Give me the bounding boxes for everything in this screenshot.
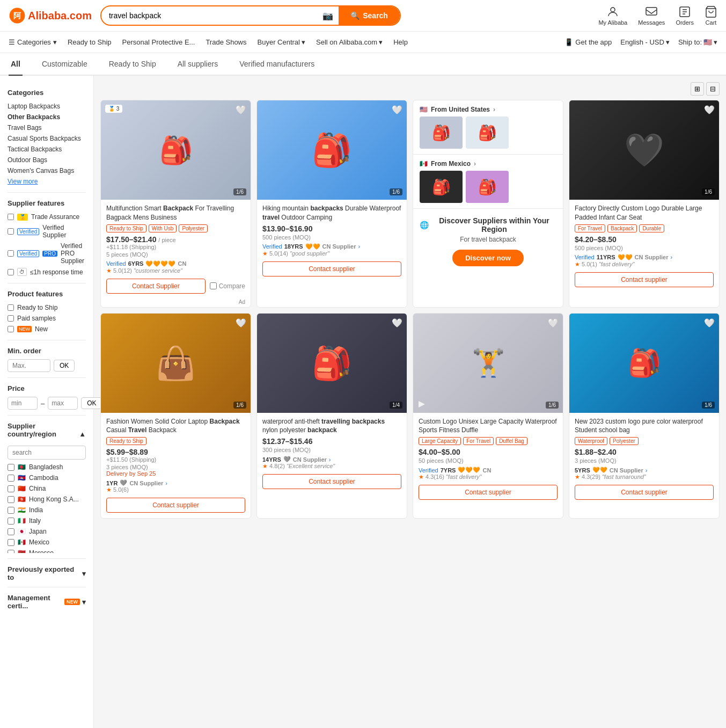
sidebar-item-outdoor-bags[interactable]: Outdoor Bags (8, 155, 86, 165)
contact-supplier-button-5[interactable]: Contact supplier (106, 498, 245, 513)
country-morocco[interactable]: 🇲🇦Morocco (8, 548, 86, 553)
categories-menu[interactable]: ☰ Categories ▾ (9, 38, 57, 46)
country-cambodia[interactable]: 🇰🇭Cambodia (8, 472, 86, 483)
country-hk[interactable]: 🇭🇰Hong Kong S.A... (8, 494, 86, 505)
messages-link[interactable]: Messages (638, 5, 665, 26)
tab-all-suppliers[interactable]: All suppliers (175, 53, 220, 76)
country-mexico[interactable]: 🇲🇽Mexico (8, 537, 86, 548)
product-card-1[interactable]: 🎒 1/6 🏅 3 🤍 Multifunction Smart Backpack… (100, 100, 251, 308)
wishlist-button-8[interactable]: 🤍 (704, 318, 715, 328)
product-info-8: New 2023 custom logo pure color waterpro… (569, 413, 719, 485)
get-app-button[interactable]: 📱 Get the app (564, 38, 612, 46)
product-info-7: Custom Logo Unisex Large Capacity Waterp… (413, 413, 563, 485)
country-china[interactable]: 🇨🇳China (8, 483, 86, 494)
discover-section: 🌐 Discover Suppliers within Your Region … (413, 209, 563, 274)
contact-supplier-button-6[interactable]: Contact supplier (262, 474, 401, 489)
wishlist-button-2[interactable]: 🤍 (392, 105, 402, 115)
new-badge-2: NEW (64, 599, 80, 605)
camera-button[interactable]: 📷 (317, 8, 339, 24)
product-card-5[interactable]: 👜 1/6 🤍 Fashion Women Solid Color Laptop… (100, 313, 251, 519)
wishlist-button-5[interactable]: 🤍 (236, 318, 246, 328)
ship-to-selector[interactable]: Ship to: 🇺🇸 ▾ (678, 38, 717, 46)
nav-trade-shows[interactable]: Trade Shows (200, 36, 252, 48)
discover-now-button[interactable]: Discover now (452, 250, 524, 266)
nav-personal-protective[interactable]: Personal Protective E... (117, 36, 201, 48)
from-us-section[interactable]: 🇺🇸 From United States › 🎒 🎒 (413, 100, 563, 155)
country-italy[interactable]: 🇮🇹Italy (8, 515, 86, 526)
product-card-2[interactable]: 🎒 1/6 🤍 Hiking mountain backpacks Durabl… (256, 100, 407, 308)
product-card-4[interactable]: 🖤 1/6 🤍 Factory Directly Custom Logo Dur… (569, 100, 720, 308)
product-price-6: $12.37–$15.46 (262, 437, 401, 446)
tag-durable-4: Durable (639, 224, 664, 232)
wishlist-button-7[interactable]: 🤍 (548, 318, 559, 328)
country-japan[interactable]: 🇯🇵Japan (8, 526, 86, 537)
grid-view-small-button[interactable]: ⊞ (691, 82, 704, 96)
country-search-input[interactable] (8, 446, 86, 460)
filter-verified-supplier[interactable]: Verified Verified Supplier (8, 222, 86, 241)
tab-all[interactable]: All (9, 53, 23, 76)
sidebar-item-womens-canvas-bags[interactable]: Women's Canvas Bags (8, 165, 86, 176)
filter-new[interactable]: NEW New (8, 324, 86, 334)
min-order-input[interactable] (8, 359, 50, 372)
sidebar-item-view-more[interactable]: View more (8, 176, 86, 187)
price-max-input[interactable] (48, 397, 78, 410)
nav-buyer-central[interactable]: Buyer Central▾ (252, 36, 311, 48)
sidebar-item-other-backpacks[interactable]: Other Backpacks (8, 112, 86, 122)
logo[interactable]: 阿 Alibaba.com (9, 7, 92, 24)
product-card-8[interactable]: 🎒 1/6 🤍 New 2023 custom logo pure color … (569, 313, 720, 519)
verified-label-2: Verified (262, 243, 282, 250)
supplier-years-1: 6YRS (128, 260, 144, 267)
sidebar-item-tactical-backpacks[interactable]: Tactical Backpacks (8, 144, 86, 155)
flag-mx: 🇲🇽 (18, 538, 26, 546)
sidebar-item-travel-bags[interactable]: Travel Bags (8, 122, 86, 133)
contact-supplier-button-2[interactable]: Contact supplier (262, 261, 401, 276)
tab-verified-manufacturers[interactable]: Verified manufacturers (237, 53, 317, 76)
us-flag: 🇺🇸 (420, 106, 428, 113)
filter-response-time[interactable]: ⏱ ≤1h response time (8, 266, 86, 278)
contact-supplier-button-1[interactable]: Contact Supplier (106, 279, 206, 294)
product-price-1: $17.50–$21.40 / piece (106, 235, 245, 244)
nav-sell-on-alibaba[interactable]: Sell on Alibaba.com▾ (311, 36, 388, 48)
sidebar-item-laptop-backpacks[interactable]: Laptop Backpacks (8, 101, 86, 112)
nav-ready-to-ship[interactable]: Ready to Ship (62, 36, 117, 48)
price-min-input[interactable] (8, 397, 38, 410)
gold-badge: 🏅 (17, 214, 28, 221)
contact-supplier-button-4[interactable]: Contact supplier (575, 272, 714, 287)
previously-exported-section[interactable]: Previously exported to ▾ (8, 565, 86, 581)
tab-customizable[interactable]: Customizable (40, 53, 90, 76)
product-features-title: Product features (8, 290, 86, 298)
from-us-header: 🇺🇸 From United States › (420, 106, 556, 113)
wishlist-button-1[interactable]: 🤍 (236, 105, 246, 115)
my-alibaba-link[interactable]: My Alibaba (598, 5, 627, 26)
grid-view-large-button[interactable]: ⊟ (706, 82, 720, 96)
search-button[interactable]: 🔍 Search (339, 6, 400, 25)
cart-link[interactable]: Cart (705, 5, 717, 26)
product-card-6[interactable]: 🎒 1/4 🤍 waterproof anti-theft travelling… (256, 313, 407, 519)
tab-ready-to-ship[interactable]: Ready to Ship (107, 53, 158, 76)
filter-verified-pro-supplier[interactable]: Verified PRO Verified PRO Supplier (8, 241, 86, 266)
nav-help[interactable]: Help (388, 36, 413, 48)
orders-link[interactable]: Orders (676, 5, 694, 26)
price-title: Price (8, 384, 86, 392)
filter-trade-assurance[interactable]: 🏅 Trade Assurance (8, 212, 86, 222)
from-mexico-section[interactable]: 🇲🇽 From Mexico › 🎒 🎒 (413, 155, 563, 209)
contact-supplier-button-7[interactable]: Contact supplier (419, 485, 558, 500)
chevron-down-icon: ▾ (714, 38, 717, 46)
filter-paid-samples[interactable]: Paid samples (8, 313, 86, 324)
product-info-1: Multifunction Smart Backpack For Travell… (101, 200, 251, 279)
wishlist-button-6[interactable]: 🤍 (392, 318, 402, 328)
sidebar-item-casual-sports-backpacks[interactable]: Casual Sports Backpacks (8, 133, 86, 144)
filter-ready-to-ship[interactable]: Ready to Ship (8, 302, 86, 313)
country-bangladesh[interactable]: 🇧🇩Bangladesh (8, 462, 86, 472)
min-order-control: OK (8, 359, 86, 372)
wishlist-button-4[interactable]: 🤍 (704, 105, 715, 115)
contact-supplier-button-8[interactable]: Contact supplier (575, 485, 714, 500)
min-order-ok-button[interactable]: OK (54, 360, 75, 372)
compare-checkbox-1[interactable]: Compare (210, 282, 245, 290)
language-selector[interactable]: English - USD ▾ (620, 38, 670, 46)
management-cert-section[interactable]: Management certi... NEW ▾ (8, 594, 86, 610)
product-image-4: 🖤 1/6 (569, 100, 719, 200)
product-card-7[interactable]: 🏋️ 1/6 🤍 Custom Logo Unisex Large Capaci… (413, 313, 563, 519)
search-input[interactable] (101, 7, 317, 24)
country-india[interactable]: 🇮🇳India (8, 505, 86, 515)
